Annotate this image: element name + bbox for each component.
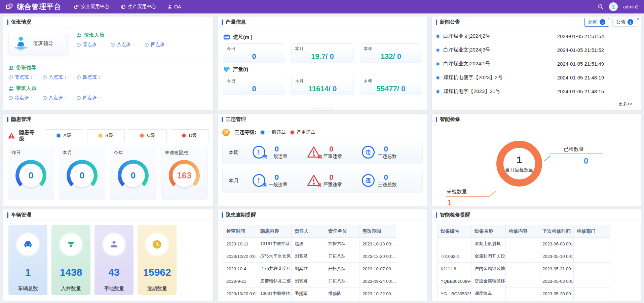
page-title: 综合管理平台 [17,2,61,11]
news-list-item[interactable]: 白坪煤业文[2024]2号2024-01-05 21:51:54 [437,29,636,43]
stat-serious-month: 月 0严重违章 [307,174,362,188]
violation-total-icon: 违 [362,174,375,188]
panel-title: 车辆管理 [11,212,31,218]
table-cell [574,250,610,263]
gauge-card-unrectified: 未整改隐患 163 [161,147,207,200]
title-accent [222,212,223,218]
shift-four: 四点班： [144,42,169,48]
more-link[interactable]: 更多>> [618,101,632,107]
table-cell: 2023-06-16 00:... [539,300,574,301]
table-cell [506,250,539,263]
title-accent [7,20,8,25]
collapse-handle[interactable] [312,108,333,111]
table-cell: 2023-09-24 00:... [359,275,396,288]
table-row[interactable]: YQBB3010089-2交流金属铠装移...2023-05-03 00:... [438,275,610,288]
panel-title: 值班情况 [11,19,31,25]
panel-news: ✕ 新闻公告 新闻5 公告1 白坪煤业文[2024]2号2024-01-05 2… [431,16,641,111]
callout-line [489,191,496,197]
table-cell: 机运队 [325,300,359,301]
stat-card-output-year: 本年 55477/ 0 [360,76,422,95]
title-accent [436,212,437,218]
panel-hazard-management: 隐患管理 隐患等级: A级 B级 C级 D级 昨日 0 本月 0 [3,113,214,206]
panel-duty-status: 值班情况 值班领导 [3,16,214,111]
nav-item-security-center[interactable]: 安全应用中心 [74,4,109,10]
general-violation-icon: !月 [253,174,266,188]
general-violation-icon: !周 [253,146,266,159]
clock-icon [8,75,13,80]
table-row[interactable]: 2023/10/20 0:0...13031中顺槽转...毛拥军维修队2023-… [223,288,396,300]
table-cell: 交流金属封闭设备 [471,300,506,301]
column-header: 设备名称 [471,225,506,238]
table-cell: 开拓八队 [325,250,359,263]
hazard-level-c[interactable]: C级 [129,129,167,142]
checked-label: 已检数量 [564,146,584,153]
avatar[interactable] [609,2,618,11]
hazard-level-b[interactable]: B级 [87,129,125,142]
top-nav: 安全应用中心 生产应用中心 OA [74,4,181,10]
hazard-level-d[interactable]: D级 [171,129,209,142]
legend-dot-icon [291,131,294,134]
callout-line [543,156,551,162]
table-cell: 2023/12/22 0:0... [223,300,257,301]
gauge-card-year: 今年 0 [110,147,156,200]
clock-icon [76,42,81,47]
table-cell: 2023-10-07 00:... [359,263,396,275]
announcement-count-badge: 1 [628,19,633,25]
table-row[interactable]: 2023/12/20 0:0.../575水平水仓风...刘奚君开拓八队2023… [223,250,396,263]
close-icon[interactable]: ✕ [636,17,640,21]
oa-icon [167,4,172,9]
gauge-chart: 0 [118,160,149,191]
table-row[interactable]: 2023-10-1113181中底抽巷...赵波抽探六队2023-10-13 0… [223,238,396,250]
news-list-item[interactable]: 郑煤机电字【2023】21号2024-01-05 21:48:15 [437,85,636,98]
title-accent [436,117,437,122]
table-row[interactable]: BD6018交流金属封闭设备2023-06-16 00:... [438,300,610,301]
table-cell: 2023-06-08 00:... [539,238,574,250]
news-list-item[interactable]: 郑煤机电便字【2023】2号2024-01-05 21:48:19 [437,71,636,85]
nav-item-production-center[interactable]: 生产应用中心 [121,4,156,10]
table-cell [574,238,610,250]
nav-label: OA [174,4,181,9]
username[interactable]: admin2 [623,4,639,9]
brand: 综合管理平台 [5,2,61,11]
table-row[interactable]: 2023-9-21皮带暗斜井三部...刘奚君开拓八队2023-09-24 00:… [223,275,396,288]
people-icon [76,33,82,38]
shift-eight: 八点班： [42,95,68,101]
table-row[interactable]: K1111-6户内金属铠装抽...2023-05-21 00:... [438,263,610,275]
news-list-item[interactable]: 白坪煤业文[2024]1号2024-01-05 21:51:49 [437,57,636,71]
news-list-item[interactable]: 白坪煤业文[2024]3号2024-01-05 21:51:52 [437,43,636,57]
table-row[interactable]: 2023-10-4-175井联巷变压...刘奚君开拓八队2023-10-07 0… [223,263,396,275]
tab-announcements[interactable]: 公告1 [612,18,637,27]
column-header: 检修部门 [574,225,610,238]
hazard-level-a[interactable]: A级 [45,129,83,142]
panel-vehicle-management: 车辆管理 1 车辆总数 1438 入井数量 43 [3,209,214,301]
table-row[interactable]: 2023/12/22 0:0...13七车场煤仓上...陈红利机运队2023-1… [223,300,396,301]
violation-row-month: 本月 !月 0一般违章 月 0严重违章 违 0三违总数 [222,169,423,193]
hazard-legend-label: 隐患等级: [19,129,40,142]
table-row[interactable]: YG—BC3050259调度绞车2023-05-20 00:... [438,288,610,300]
table-row[interactable]: 混凝土喷射机2023-06-08 00:... [438,238,610,250]
table-cell: -175井联巷变压... [257,263,292,275]
nav-item-oa[interactable]: OA [167,4,181,9]
vehicle-card-overdue: 15962 逾期数量 [138,225,177,295]
violation-coin-icon: 违 [222,129,230,136]
stat-card-output-month: 本月 11614/ 0 [291,76,353,95]
gauge-chart: 0 [67,160,98,191]
title-accent [7,117,8,122]
table-row[interactable]: T01062-1金属封闭开关设备2023-05-10 00:... [438,250,610,263]
legend-general: 一般违章 [261,129,286,135]
callout-line [446,196,490,197]
stat-card-footage-year: 本年 132/ 0 [360,43,422,63]
table-cell: 13181中底抽巷... [257,238,292,250]
nav-label: 安全应用中心 [81,4,109,10]
table-cell: 2023/12/20 0:0... [223,250,257,263]
level-dot-icon [99,134,102,137]
column-header: 下次检修时间 [539,225,574,238]
tab-news[interactable]: 新闻5 [584,18,609,27]
bullet-dot-icon [437,49,439,52]
unchecked-value: 1 [447,198,452,206]
gauge-card-month: 本月 0 [59,147,105,200]
table-cell: 开拓八队 [325,275,359,288]
duty-leader-card[interactable]: 值班领导 [8,32,68,55]
search-icon[interactable] [598,4,604,10]
stat-total-month: 违 0三违总数 [362,174,416,188]
